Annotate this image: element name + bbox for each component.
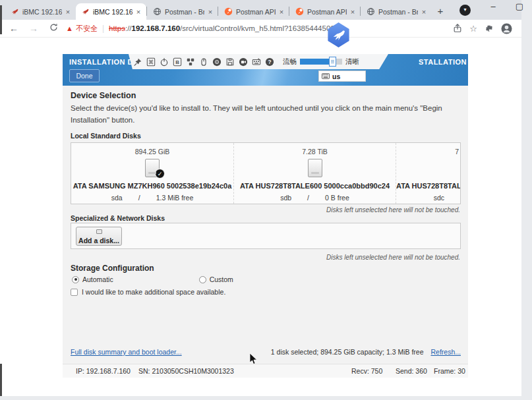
floppy-save-icon[interactable] [225, 57, 235, 67]
power-icon[interactable] [159, 57, 169, 67]
disk-sdb[interactable]: 7.28 TiB ATA HUS728T8TALE600 5000cca0bbd… [233, 143, 396, 204]
forward-icon[interactable]: → [28, 23, 40, 34]
reload-icon[interactable] [47, 23, 59, 34]
globe-icon [367, 7, 375, 16]
local-disks-box: 894.25 GiB ✓ ATA SAMSUNG MZ7KH960 500253… [71, 142, 461, 204]
slider-sharp-label: 清晰 [345, 57, 359, 67]
disk-mount: / [307, 194, 309, 202]
disk-name: ATA HUS728T8TALE600 5000cca0bbd90c24 [234, 182, 396, 190]
address-bar: ← → ▲ 不安全 | https://192.168.7.160/src/vi… [0, 20, 521, 38]
url-scheme-struck: https [109, 24, 125, 32]
tab-separator [289, 7, 289, 16]
mini-disk-icon [96, 229, 102, 234]
local-disks-heading: Local Standard Disks [71, 132, 141, 140]
done-button[interactable]: Done [69, 69, 100, 82]
fullscreen-icon[interactable] [146, 57, 156, 67]
globe-icon [153, 7, 162, 16]
security-warning-label: 不安全 [76, 24, 98, 34]
video-quality-slider-group: 流畅 清晰 [283, 57, 359, 67]
tab-label: Postman - Browse [378, 8, 418, 16]
tab-close-icon[interactable]: × [278, 8, 285, 16]
disk-drive-icon [308, 159, 322, 177]
postman-icon [224, 7, 233, 16]
automatic-radio[interactable] [72, 276, 79, 283]
cd-rom-icon[interactable] [212, 57, 222, 67]
refresh-link[interactable]: Refresh... [430, 348, 461, 356]
tab-close-icon[interactable]: × [134, 8, 142, 16]
storage-config-heading: Storage Configuration [71, 264, 154, 273]
share-icon[interactable] [453, 24, 462, 33]
full-disk-summary-link[interactable]: Full disk summary and boot loader... [71, 348, 182, 356]
disk-name: ATA HUS728T8TAL [396, 182, 460, 190]
disk-sda[interactable]: 894.25 GiB ✓ ATA SAMSUNG MZ7KH960 500253… [71, 143, 233, 204]
maximize-button[interactable]: ▢ [513, 1, 526, 11]
tab-postman-api-2[interactable]: Postman API Platfo × [290, 3, 361, 20]
tab-ibmc-2-active[interactable]: iBMC 192.168.7.16 × [76, 3, 146, 20]
quality-slider[interactable] [300, 59, 342, 65]
tab-close-icon[interactable]: × [420, 8, 428, 16]
back-icon[interactable]: ← [8, 23, 20, 34]
status-sn: SN: 2103050CSH10M3001323 [138, 367, 234, 375]
custom-radio[interactable] [199, 276, 206, 283]
tab-label: Postman - Browse [165, 8, 204, 16]
pin-icon[interactable] [133, 57, 142, 67]
tab-postman-browse-2[interactable]: Postman - Browse × [361, 3, 432, 20]
add-disk-label: Add a disk... [78, 237, 119, 244]
disk-size: 7 [396, 148, 460, 156]
tab-close-icon[interactable]: × [349, 8, 357, 16]
slider-fill [300, 59, 331, 65]
add-disk-button[interactable]: Add a disk... [76, 227, 122, 246]
tab-postman-api-1[interactable]: Postman API Platfo × [219, 3, 289, 20]
tab-separator [360, 7, 361, 16]
tab-close-icon[interactable]: × [64, 8, 72, 16]
profile-avatar[interactable] [501, 23, 512, 34]
tab-ibmc-1[interactable]: iBMC 192.168.7.16 × [5, 3, 76, 20]
tab-label: Postman API Platfo [236, 8, 276, 16]
status-ip: IP: 192.168.7.160 [76, 367, 131, 375]
browser-window: iBMC 192.168.7.16 × iBMC 192.168.7.16 × … [0, 0, 521, 396]
keyboard-b-icon[interactable]: B [172, 57, 182, 67]
disk-device: sda [111, 194, 123, 202]
disk-free: 0 B free [325, 194, 349, 202]
url-separator: :// [125, 24, 132, 32]
bookmark-star-icon[interactable]: ☆ [469, 24, 477, 34]
url-path: /src/virtualControl/kvm_h5.html?16385444… [180, 24, 343, 32]
bird-icon [331, 27, 347, 43]
status-recv: Recv: 750 [351, 367, 382, 375]
device-selection-heading: Device Selection [71, 91, 136, 100]
disk-sdc[interactable]: 7 ATA HUS728T8TAL sdc [396, 143, 460, 204]
minimize-button[interactable]: – [487, 1, 500, 11]
record-icon[interactable] [238, 57, 248, 67]
network-disks-heading: Specialized & Network Disks [71, 214, 165, 222]
kvm-status-bar: IP: 192.168.7.160 SN: 2103050CSH10M30013… [63, 364, 468, 378]
tab-close-icon[interactable]: × [206, 8, 214, 16]
tab-postman-browse-1[interactable]: Postman - Browse × [148, 3, 218, 20]
screen-edge-artifact [0, 364, 2, 396]
kvm-toolbar: B ? 流畅 清晰 [129, 54, 388, 69]
tab-label: Postman API Platfo [307, 8, 347, 16]
extensions-puzzle-icon[interactable] [485, 24, 494, 33]
svg-text:?: ? [268, 59, 271, 65]
chip-divider: | [102, 24, 104, 33]
slider-handle[interactable] [329, 57, 336, 67]
svg-text:B: B [175, 59, 179, 65]
new-tab-button[interactable]: + [433, 4, 448, 18]
unselected-note-2: Disks left unselected here will not be t… [326, 254, 460, 261]
disk-size: 7.28 TiB [234, 148, 396, 156]
keyboard-layout-label: us [332, 72, 340, 80]
send-key-combo-icon[interactable] [185, 57, 195, 67]
screenshot-keyboard-icon[interactable] [251, 57, 261, 67]
help-icon[interactable]: ? [264, 57, 274, 67]
security-warning-chip[interactable]: ▲ 不安全 [66, 24, 98, 34]
keyboard-layout-indicator[interactable]: us [318, 71, 366, 82]
disk-free: 1.3 MiB free [156, 194, 194, 202]
mouse-icon[interactable] [198, 57, 208, 67]
reclaim-space-row: I would like to make additional space av… [71, 288, 225, 296]
reclaim-space-checkbox[interactable] [71, 289, 78, 296]
unselected-note: Disks left unselected here will not be t… [326, 206, 460, 214]
url-input[interactable]: https://192.168.7.160/src/virtualControl… [109, 24, 453, 32]
keyboard-icon [322, 73, 330, 79]
url-host: 192.168.7.160 [132, 24, 181, 32]
media-controls-icon[interactable]: ▾ [459, 5, 471, 16]
postman-icon [295, 7, 304, 16]
